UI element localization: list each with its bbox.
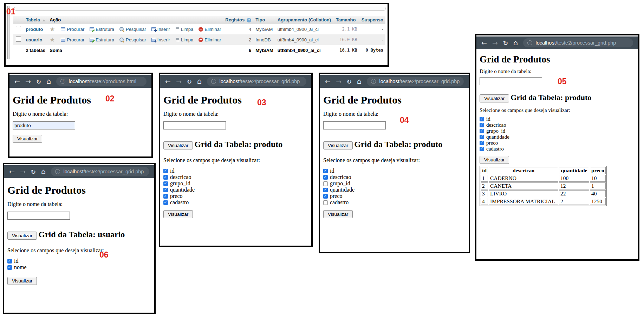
checkbox-checked-icon[interactable] <box>480 141 484 145</box>
field-row-grupo_id[interactable]: grupo_id <box>323 180 465 187</box>
visualizar-button[interactable]: Visualizar <box>323 141 353 149</box>
info-icon[interactable] <box>60 79 65 84</box>
address-bar[interactable]: localhost/teste2/processar_grid.php <box>51 167 149 176</box>
home-icon[interactable] <box>41 168 46 175</box>
table-name-link[interactable]: usuario <box>26 37 42 42</box>
action-inserir[interactable]: Inserir <box>151 37 170 42</box>
checkbox-checked-icon[interactable] <box>323 188 328 192</box>
field-row-quantidade[interactable]: quantidade <box>480 134 635 140</box>
field-row-preco[interactable]: preco <box>480 140 635 146</box>
visualizar-button[interactable]: Visualizar <box>13 135 42 143</box>
reload-icon[interactable] <box>36 78 41 85</box>
field-row-nome[interactable]: nome <box>7 264 151 271</box>
checkbox-checked-icon[interactable] <box>163 181 168 186</box>
visualizar-button-2[interactable]: Visualizar <box>7 277 37 285</box>
back-icon[interactable] <box>14 78 20 85</box>
reload-icon[interactable] <box>187 78 192 85</box>
home-icon[interactable] <box>46 78 51 85</box>
table-name-input[interactable] <box>480 77 542 85</box>
checkbox-checked-icon[interactable] <box>163 188 168 192</box>
row-checkbox[interactable] <box>16 36 21 42</box>
field-row-quantidade[interactable]: quantidade <box>323 187 465 193</box>
checkbox-checked-icon[interactable] <box>163 194 168 199</box>
col-registos-label[interactable]: Registos <box>225 17 245 22</box>
visualizar-button-2[interactable]: Visualizar <box>480 156 509 164</box>
reload-icon[interactable] <box>347 78 352 85</box>
horizontal-scrollbar[interactable] <box>14 7 386 11</box>
action-estrutura[interactable]: Estrutura <box>90 27 114 32</box>
back-icon[interactable] <box>325 78 331 85</box>
help-icon[interactable] <box>247 18 251 22</box>
address-bar[interactable]: localhost/teste2/processar_grid.php <box>207 77 306 86</box>
info-icon[interactable] <box>527 40 532 45</box>
table-name-input[interactable] <box>13 121 75 129</box>
field-row-cadastro[interactable]: cadastro <box>480 146 635 152</box>
forward-icon[interactable] <box>25 78 31 85</box>
col-suspenso-label[interactable]: Suspenso <box>362 17 383 22</box>
visualizar-button[interactable]: Visualizar <box>163 141 193 149</box>
checkbox-checked-icon[interactable] <box>323 169 328 173</box>
address-bar[interactable]: localhost/teste2/processar_grid.php <box>523 38 633 47</box>
forward-icon[interactable] <box>20 168 26 175</box>
checkbox-checked-icon[interactable] <box>480 147 484 151</box>
action-eliminar[interactable]: Eliminar <box>199 37 221 42</box>
col-tamanho[interactable]: Tamanho <box>334 16 359 24</box>
col-agrupamento[interactable]: Agrupamento (Collation) <box>275 16 334 24</box>
action-eliminar[interactable]: Eliminar <box>199 27 221 32</box>
checkbox-checked-icon[interactable] <box>163 200 168 205</box>
reload-icon[interactable] <box>31 168 36 175</box>
table-name-link[interactable]: produto <box>26 27 43 32</box>
reload-icon[interactable] <box>503 40 508 46</box>
action-pesquisar[interactable]: Pesquisar <box>119 37 146 42</box>
back-icon[interactable] <box>481 40 487 46</box>
visualizar-button[interactable]: Visualizar <box>7 232 37 240</box>
visualizar-button[interactable]: Visualizar <box>480 94 509 102</box>
forward-icon[interactable] <box>336 78 341 85</box>
table-name-input[interactable] <box>7 212 70 220</box>
forward-icon[interactable] <box>492 40 498 46</box>
checkbox-unchecked-icon[interactable] <box>323 181 328 186</box>
field-row-id[interactable]: id <box>480 116 635 122</box>
checkbox-checked-icon[interactable] <box>163 175 168 180</box>
checkbox-checked-icon[interactable] <box>323 175 328 180</box>
visualizar-button-2[interactable]: Visualizar <box>323 210 353 218</box>
back-icon[interactable] <box>165 78 171 85</box>
field-row-cadastro[interactable]: cadastro <box>163 199 308 206</box>
field-row-id[interactable]: id <box>7 258 151 264</box>
checkbox-checked-icon[interactable] <box>7 259 12 264</box>
field-row-grupo_id[interactable]: grupo_id <box>480 128 635 134</box>
action-procurar[interactable]: Procurar <box>61 27 84 32</box>
field-row-grupo_id[interactable]: grupo_id <box>163 180 308 187</box>
address-bar[interactable]: localhost/teste2/produtos.html <box>56 77 147 86</box>
action-inserir[interactable]: Inserir <box>151 27 170 32</box>
action-procurar[interactable]: Procurar <box>61 37 84 42</box>
home-icon[interactable] <box>357 78 362 85</box>
field-row-id[interactable]: id <box>323 168 465 174</box>
field-row-descricao[interactable]: descricao <box>323 174 465 180</box>
checkbox-checked-icon[interactable] <box>480 135 484 139</box>
checkbox-checked-icon[interactable] <box>163 169 168 173</box>
field-row-preco[interactable]: preco <box>323 193 465 199</box>
field-row-cadastro[interactable]: cadastro <box>323 199 465 206</box>
favorite-star-icon[interactable] <box>50 26 56 33</box>
table-name-input[interactable] <box>323 121 386 129</box>
col-tabela-label[interactable]: Tabela <box>26 17 40 22</box>
field-row-descricao[interactable]: descricao <box>480 122 635 128</box>
row-checkbox[interactable] <box>16 26 21 31</box>
visualizar-button-2[interactable]: Visualizar <box>163 210 193 218</box>
col-registos[interactable]: Registos <box>223 16 253 24</box>
back-icon[interactable] <box>9 168 15 175</box>
field-row-descricao[interactable]: descricao <box>163 174 308 180</box>
table-name-input[interactable] <box>163 121 226 129</box>
field-row-preco[interactable]: preco <box>163 193 308 199</box>
checkbox-checked-icon[interactable] <box>480 129 484 133</box>
action-limpa[interactable]: Limpa <box>175 27 193 32</box>
favorite-star-icon[interactable] <box>50 36 56 43</box>
col-tabela[interactable]: Tabela <box>24 16 47 24</box>
info-icon[interactable] <box>211 79 216 84</box>
home-icon[interactable] <box>513 39 518 47</box>
address-bar[interactable]: localhost/teste2/processar_grid.php <box>367 77 464 86</box>
action-limpa[interactable]: Limpa <box>175 37 193 42</box>
checkbox-unchecked-icon[interactable] <box>323 200 328 205</box>
col-tamanho-label[interactable]: Tamanho <box>336 17 356 22</box>
